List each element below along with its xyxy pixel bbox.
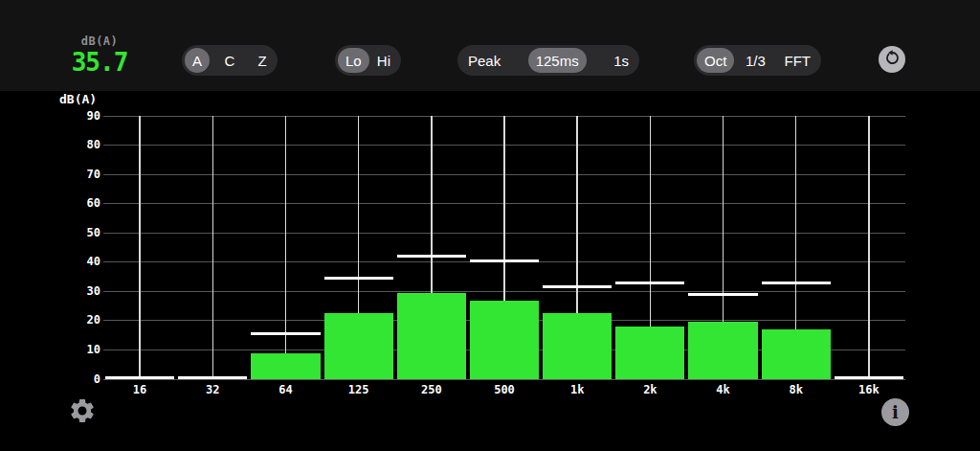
x-tick-label-16k: 16k [858,383,880,396]
gridline-v-125 [358,116,360,313]
gridline-v-16k [868,116,870,379]
y-tick-label-70: 70 [54,168,100,182]
x-tick-label-16: 16 [133,383,146,396]
chart-y-axis-title: dB(A) [59,92,97,106]
segment-option-oct[interactable]: Oct [697,48,734,73]
y-tick-label-0: 0 [54,372,100,387]
y-tick-label-50: 50 [54,226,100,240]
segment-option-c[interactable]: C [217,48,242,73]
y-tick-label-10: 10 [54,343,100,357]
bar-500 [470,301,539,380]
peak-line-125 [324,277,393,280]
segmented-control-gain-range: LoHi [335,45,401,76]
y-tick-label-30: 30 [54,284,100,299]
readout-unit-label: dB(A) [56,34,144,48]
readout-value: 35.7 [56,49,144,76]
peak-line-16k [835,376,903,379]
gridline-v-250 [431,116,433,293]
x-tick-label-8k: 8k [789,383,802,396]
info-button[interactable]: i [881,398,909,426]
bar-1k [543,313,612,379]
y-tick-label-90: 90 [54,109,100,124]
segment-option-125ms[interactable]: 125ms [528,48,587,73]
bar-250 [397,293,466,379]
gridline-v-500 [503,116,505,301]
reset-peaks-button[interactable] [879,46,905,73]
y-axis: 0102030405060708090 [54,116,100,379]
segment-option-hi[interactable]: Hi [369,48,398,73]
x-tick-label-500: 500 [494,383,515,396]
peak-line-4k [688,293,757,296]
x-tick-label-4k: 4k [716,383,729,396]
settings-button[interactable] [68,396,97,425]
segmented-control-spectrum-mode: Oct1/3FFT [694,45,821,76]
gridline-v-16 [139,116,141,379]
gear-icon [68,396,97,425]
segment-option-peak[interactable]: Peak [460,48,508,73]
bar-2k [615,327,684,379]
segment-option-lo[interactable]: Lo [338,48,369,73]
y-tick-label-80: 80 [54,138,100,152]
spl-meter-app: dB(A) 35.7 ACZLoHiPeak125ms1sOct1/3FFT d… [0,0,980,451]
segmented-control-weighting: ACZ [182,45,278,76]
peak-line-1k [543,285,612,288]
bar-125 [324,313,393,379]
gridline-v-8k [795,116,797,329]
level-readout: dB(A) 35.7 [56,34,144,76]
gridline-v-64 [285,116,287,353]
y-tick-label-60: 60 [54,196,100,211]
x-tick-label-32: 32 [206,383,219,396]
x-tick-label-64: 64 [278,383,292,396]
bar-8k [762,329,831,379]
y-tick-label-40: 40 [54,255,100,269]
segment-option-1s[interactable]: 1s [606,48,636,73]
segment-option-1-3[interactable]: 1/3 [738,48,773,73]
gridline-v-32 [212,116,214,379]
plot-area: 1632641252505001k2k4k8k16k [103,116,905,379]
x-tick-label-125: 125 [348,383,369,396]
bar-64 [251,353,320,380]
segmented-control-time-weighting: Peak125ms1s [457,45,639,76]
gridline-v-2k [650,116,652,327]
segment-option-a[interactable]: A [185,48,210,73]
bar-4k [688,322,757,379]
x-tick-label-2k: 2k [643,383,657,396]
counterclockwise-arrow-icon [883,49,902,71]
segment-option-z[interactable]: Z [250,48,275,73]
peak-line-64 [251,332,320,335]
peak-line-2k [615,282,684,284]
peak-line-16 [105,376,174,379]
gridline-v-1k [576,116,578,313]
peak-line-250 [397,255,466,258]
peak-line-8k [762,282,831,284]
x-tick-label-1k: 1k [570,383,584,396]
toolbar: dB(A) 35.7 ACZLoHiPeak125ms1sOct1/3FFT [0,0,980,91]
peak-line-32 [178,376,247,379]
x-tick-label-250: 250 [421,383,442,396]
peak-line-500 [470,259,539,262]
segment-option-fft[interactable]: FFT [776,48,818,73]
gridline-v-4k [723,116,724,322]
info-icon: i [892,404,899,421]
y-tick-label-20: 20 [54,313,100,327]
